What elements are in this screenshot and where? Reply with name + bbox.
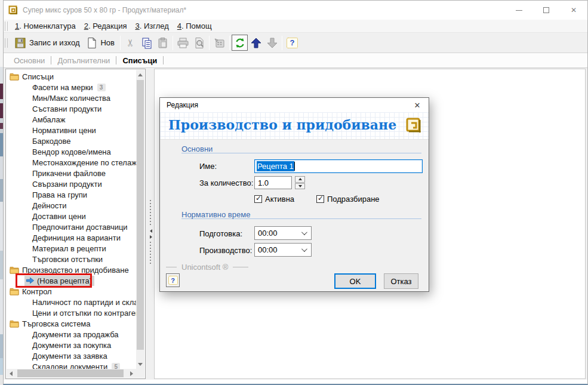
tab-separator — [163, 56, 164, 64]
tree-item[interactable]: Вендор кодове/имена — [7, 146, 136, 157]
tree-item[interactable]: Мин/Макс количества — [7, 93, 136, 103]
dialog-titlebar: Редакция ✕ — [160, 98, 429, 112]
close-icon: ✕ — [571, 6, 577, 14]
active-checkbox[interactable]: ✓ — [254, 195, 262, 203]
tree-item-nova-retsepta[interactable]: (Нова рецепта) — [7, 275, 136, 286]
folder-icon — [10, 320, 19, 328]
edit-dialog: Редакция ✕ Производство и придобиване Ос… — [159, 97, 429, 292]
preparation-combobox[interactable]: 00:00 — [254, 226, 312, 240]
minimize-button[interactable] — [505, 1, 532, 20]
tree-item[interactable]: Свързани продукти — [7, 178, 136, 189]
spin-down-button[interactable] — [295, 183, 305, 190]
scroll-right-arrow[interactable] — [127, 369, 136, 378]
help-button[interactable]: ? — [284, 35, 300, 51]
save-exit-button[interactable]: Запис и изход — [11, 35, 83, 51]
new-document-icon — [87, 37, 97, 49]
name-input[interactable]: Рецепта 1 — [254, 159, 423, 173]
spin-up-button[interactable] — [295, 176, 305, 183]
brand-row: Unicontsoft ® — [166, 263, 248, 272]
tree-item[interactable]: Цени и отстъпки по контрагенти — [7, 307, 136, 318]
tree-item[interactable]: Складови документи5 — [7, 361, 136, 369]
tree-item[interactable]: Документи за покупка — [7, 340, 136, 350]
toolbar-grip[interactable] — [5, 38, 8, 48]
close-button[interactable]: ✕ — [560, 1, 587, 20]
splitter-collapse-handle[interactable] — [149, 227, 153, 241]
tree-folder-spisatsi[interactable]: Списъци — [7, 71, 136, 82]
tree-folder-proizvodstvo[interactable]: Производство и придобиване — [7, 264, 136, 275]
menu-nomenklatura[interactable]: 1. Номенклатура — [11, 21, 80, 30]
tree-item[interactable]: Съставни продукти — [7, 103, 136, 114]
scrollbar-thumb[interactable] — [137, 80, 144, 350]
tree-item[interactable]: Документи за продажба — [7, 329, 136, 340]
tree-item[interactable]: Дефиниция на варианти — [7, 232, 136, 243]
tree-item[interactable]: Права на групи — [7, 189, 136, 200]
panel-splitter[interactable] — [147, 68, 154, 380]
spin-down-icon — [298, 185, 302, 187]
menu-grip[interactable] — [5, 21, 8, 31]
dialog-help-button[interactable]: ? — [166, 273, 180, 287]
selected-text: Рецепта 1 — [257, 161, 294, 171]
check-icon: ✓ — [318, 194, 324, 202]
toolbar-separator — [173, 36, 173, 50]
default-checkbox[interactable]: ✓ — [316, 195, 324, 203]
folder-icon — [10, 266, 19, 274]
refresh-button[interactable] — [232, 35, 248, 51]
tree-item[interactable]: Амбалаж — [7, 114, 136, 125]
tree-item[interactable]: Наличност по партиди и складове — [7, 297, 136, 307]
tree-horizontal-scrollbar[interactable] — [7, 369, 136, 378]
quantity-input[interactable]: 1.0 — [254, 176, 292, 189]
window-title: Супер микс суров 50 x 80 гр - Продукт/ма… — [23, 6, 186, 14]
arrow-down-icon — [266, 37, 278, 49]
check-icon: ✓ — [255, 194, 261, 202]
print-preview-button — [191, 35, 207, 51]
maximize-button[interactable] — [532, 1, 560, 20]
new-button[interactable]: Нов — [83, 35, 118, 51]
tree-item[interactable]: Нормативни цени — [7, 125, 136, 135]
tab-spisatsi[interactable]: Списъци — [116, 56, 163, 65]
tree-folder-kontrol[interactable]: Контрол — [7, 286, 136, 297]
menu-izgled[interactable]: 3. Изглед — [131, 21, 173, 30]
tree-item[interactable]: Търговски отстъпки — [7, 254, 136, 264]
folder-icon — [10, 288, 19, 295]
menu-pomosht[interactable]: 4. Помощ — [173, 21, 216, 30]
toolbar: Запис и изход Нов ✂ — [4, 33, 587, 53]
dialog-header-title: Производство и придобиване — [168, 117, 396, 133]
tree-item[interactable]: Дейности — [7, 200, 136, 211]
tree-item[interactable]: Фасети на мерки3 — [7, 82, 136, 93]
print-preview-icon — [193, 37, 205, 49]
print-button — [175, 35, 191, 51]
ok-button[interactable]: OK — [334, 273, 376, 289]
move-up-button[interactable] — [248, 35, 264, 51]
tree-folder-targovska-sistema[interactable]: Търговска система — [7, 318, 136, 329]
name-label: Име: — [199, 162, 217, 171]
tree-item[interactable]: Предпочитани доставчици — [7, 221, 136, 232]
tree-item[interactable]: Документи за заявка — [7, 350, 136, 361]
brand-line — [166, 267, 177, 267]
tab-osnovni[interactable]: Основни — [8, 56, 51, 65]
scroll-down-arrow[interactable] — [136, 360, 144, 369]
scroll-up-arrow[interactable] — [136, 70, 144, 79]
tree-item[interactable]: Местонахождение по стелажи — [7, 157, 136, 168]
scrollbar-thumb[interactable] — [17, 369, 124, 377]
arrow-up-icon — [250, 37, 262, 49]
tree-item[interactable]: Баркодове — [7, 135, 136, 146]
tree-vertical-scrollbar[interactable] — [136, 70, 144, 369]
tree-item[interactable]: Доставни цени — [7, 211, 136, 221]
production-combobox[interactable]: 00:00 — [254, 243, 312, 257]
tab-dopalnitelni[interactable]: Допълнителни — [51, 56, 116, 65]
printer-icon — [177, 37, 189, 49]
tree-item[interactable]: Прикачени файлове — [7, 168, 136, 178]
folder-icon — [10, 73, 19, 81]
dialog-close-button[interactable]: ✕ — [408, 98, 426, 112]
scroll-left-arrow[interactable] — [7, 369, 16, 378]
cancel-button[interactable]: Отказ — [384, 273, 418, 289]
dialog-header: Производство и придобиване — [160, 112, 429, 140]
copy-button[interactable] — [138, 35, 155, 51]
section-time: Нормативно време — [181, 209, 421, 219]
tree-item[interactable]: Материал в рецепти — [7, 243, 136, 254]
toolbar-separator — [120, 36, 121, 50]
move-down-button — [264, 35, 280, 51]
refresh-icon — [234, 37, 246, 49]
default-label: Подразбиране — [327, 195, 380, 204]
menu-redakcia[interactable]: 2. Редакция — [80, 21, 131, 30]
